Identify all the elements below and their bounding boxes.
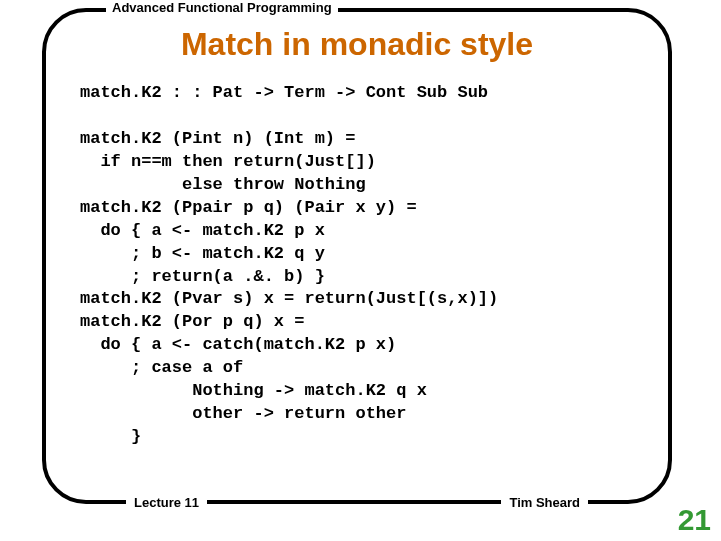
course-label: Advanced Functional Programming <box>106 0 338 15</box>
page-number: 21 <box>678 503 711 537</box>
author-label: Tim Sheard <box>501 495 588 510</box>
slide-title: Match in monadic style <box>46 26 668 63</box>
lecture-label: Lecture 11 <box>126 495 207 510</box>
code-block: match.K2 : : Pat -> Term -> Cont Sub Sub… <box>80 82 638 449</box>
slide-frame: Advanced Functional Programming Match in… <box>42 8 672 504</box>
